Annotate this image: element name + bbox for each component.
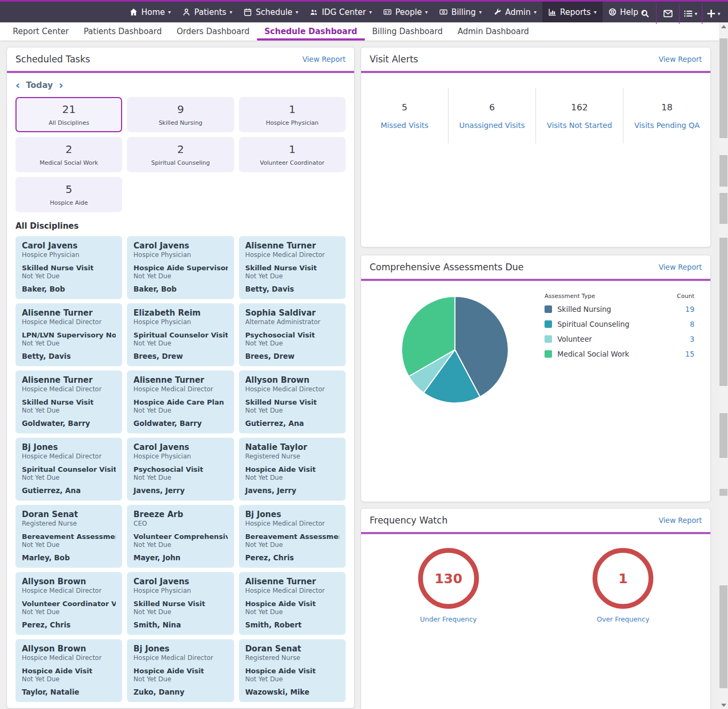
discipline-card-skilled-nursing[interactable]: 9Skilled Nursing — [127, 97, 234, 132]
panel-accent-rule — [361, 71, 710, 73]
task-card[interactable]: Doran SenatRegistered NurseBereavement A… — [15, 505, 122, 568]
chevron-down-icon: ▾ — [534, 9, 537, 15]
scrollbar-thumb[interactable] — [719, 489, 727, 496]
task-card[interactable]: Breeze ArbCEOVolunteer Comprehensive A..… — [127, 505, 234, 568]
chevron-down-icon: ▾ — [229, 9, 232, 15]
tab-schedule-dashboard[interactable]: Schedule Dashboard — [257, 22, 365, 41]
task-card[interactable]: Allyson BrownHospice Medical DirectorHos… — [15, 639, 122, 702]
view-report-link[interactable]: View Report — [659, 516, 702, 525]
task-name: Hospice Aide Care Plan — [133, 398, 227, 407]
task-card[interactable]: Elizabeth ReimHospice PhysicianSpiritual… — [127, 303, 234, 366]
nav-item-admin[interactable]: Admin▾ — [487, 2, 542, 22]
task-card[interactable]: Allyson BrownHospice Medical DirectorSki… — [239, 370, 346, 433]
scrollbar-thumb[interactable] — [719, 238, 727, 386]
task-card[interactable]: Carol JavensHospice PhysicianSkilled Nur… — [127, 572, 234, 635]
task-card[interactable]: Bj JonesHospice Medical DirectorBereavem… — [239, 505, 346, 568]
nav-item-schedule[interactable]: Schedule▾ — [238, 2, 304, 22]
list-button[interactable]: ▾ — [679, 3, 702, 24]
task-card[interactable]: Bj JonesHospice Medical DirectorHospice … — [127, 639, 234, 702]
view-report-link[interactable]: View Report — [659, 55, 702, 63]
task-card[interactable]: Alisenne TurnerHospice Medical DirectorS… — [239, 236, 346, 299]
task-card[interactable]: Natalie TaylorRegistered NurseHospice Ai… — [239, 438, 346, 501]
task-card[interactable]: Alisenne TurnerHospice Medical DirectorH… — [127, 370, 234, 433]
list-icon — [684, 9, 693, 18]
task-card[interactable]: Alisenne TurnerHospice Medical DirectorL… — [15, 303, 122, 366]
legend-count[interactable]: 3 — [690, 335, 694, 343]
next-day-chevron-icon[interactable]: › — [59, 80, 63, 90]
nav-item-label: Home — [141, 7, 165, 17]
tab-billing-dashboard[interactable]: Billing Dashboard — [365, 22, 450, 41]
task-card[interactable]: Carol JavensHospice PhysicianHospice Aid… — [127, 236, 234, 299]
legend-label: Spiritual Counseling — [557, 320, 629, 328]
scrollbar-up-arrow[interactable] — [721, 25, 726, 28]
task-card[interactable]: Sophia SaldivarAlternate AdministratorPs… — [239, 303, 346, 366]
stat-link-visits-not-started[interactable]: Visits Not Started — [547, 121, 612, 130]
stat-link-unassigned-visits[interactable]: Unassigned Visits — [459, 121, 525, 130]
nav-item-label: Patients — [194, 7, 226, 17]
legend-item-spiritual-counseling: Spiritual Counseling8 — [545, 320, 694, 328]
discipline-card-spiritual-counseling[interactable]: 2Spiritual Counseling — [127, 137, 234, 172]
nav-item-people[interactable]: People▾ — [378, 2, 434, 22]
previous-day-chevron-icon[interactable]: ‹ — [15, 80, 20, 90]
patient-name: Mayer, John — [133, 553, 227, 562]
clinician-role: Hospice Medical Director — [133, 385, 227, 393]
discipline-card-hospice-physician[interactable]: 1Hospice Physician — [239, 97, 346, 132]
task-name: Bereavement Assessment — [22, 532, 116, 541]
discipline-card-hospice-aide[interactable]: 5Hospice Aide — [15, 177, 122, 212]
tab-admin-dashboard[interactable]: Admin Dashboard — [450, 22, 537, 41]
stat-link-missed-visits[interactable]: Missed Visits — [381, 121, 429, 130]
plus-button[interactable]: ▾ — [702, 3, 725, 24]
legend-label: Volunteer — [557, 335, 592, 343]
task-card[interactable]: Carol JavensHospice PhysicianPsychosocia… — [127, 438, 234, 501]
discipline-card-medical-social-work[interactable]: 2Medical Social Work — [15, 137, 122, 172]
nav-item-billing[interactable]: Billing▾ — [434, 2, 487, 22]
nav-item-patients[interactable]: Patients▾ — [177, 2, 238, 22]
page-scrollbar[interactable] — [719, 22, 728, 709]
discipline-card-volunteer-coordinator[interactable]: 1Volunteer Coordinator — [239, 137, 346, 172]
nav-item-idg-center[interactable]: IDG Center▾ — [304, 2, 378, 22]
legend-count[interactable]: 8 — [690, 320, 694, 328]
scrollbar-thumb[interactable] — [719, 413, 727, 458]
chevron-down-icon: ▾ — [295, 9, 298, 15]
scrollbar-thumb[interactable] — [719, 38, 727, 138]
discipline-count: 2 — [66, 143, 73, 156]
tab-patients-dashboard[interactable]: Patients Dashboard — [76, 22, 169, 41]
task-card[interactable]: Alisenne TurnerHospice Medical DirectorS… — [15, 370, 122, 433]
task-card[interactable]: Carol JavensHospice PhysicianSkilled Nur… — [15, 236, 122, 299]
clinician-role: Hospice Physician — [133, 318, 227, 326]
task-card[interactable]: Doran SenatRegistered NurseHospice Aide … — [239, 639, 346, 702]
legend-count[interactable]: 19 — [685, 305, 694, 313]
task-card[interactable]: Bj JonesHospice Medical DirectorSpiritua… — [15, 438, 122, 501]
stat-link-visits-pending-qa[interactable]: Visits Pending QA — [634, 121, 700, 130]
task-status: Not Yet Due — [245, 407, 339, 415]
stat-link-over-frequency[interactable]: Over Frequency — [597, 615, 650, 623]
legend-item-skilled-nursing: Skilled Nursing19 — [545, 305, 694, 313]
patient-name: Smith, Robert — [245, 621, 339, 630]
tab-report-center[interactable]: Report Center — [5, 22, 76, 41]
visit-alerts-header: Visit Alerts View Report — [361, 47, 710, 71]
task-card[interactable]: Alisenne TurnerHospice Medical DirectorH… — [239, 572, 346, 635]
nav-item-reports[interactable]: Reports▾ — [542, 2, 603, 22]
task-card[interactable]: Allyson BrownHospice Medical DirectorVol… — [15, 572, 122, 635]
task-status: Not Yet Due — [245, 675, 339, 683]
scrollbar-down-arrow[interactable] — [721, 704, 726, 707]
clinician-name: Alisenne Turner — [22, 375, 116, 385]
tab-orders-dashboard[interactable]: Orders Dashboard — [169, 22, 257, 41]
nav-item-home[interactable]: Home▾ — [124, 2, 177, 22]
legend-count[interactable]: 15 — [685, 350, 694, 358]
mail-button[interactable] — [657, 3, 679, 24]
visit-alert-stat: 162Visits Not Started — [535, 88, 623, 143]
discipline-card-all-disciplines[interactable]: 21All Disciplines — [15, 97, 122, 132]
patient-name: Marley, Bob — [22, 553, 116, 562]
task-status: Not Yet Due — [22, 474, 116, 482]
scrollbar-thumb[interactable] — [719, 155, 727, 187]
scrollbar-thumb[interactable] — [719, 193, 727, 224]
search-button[interactable] — [634, 3, 656, 24]
stat-link-under-frequency[interactable]: Under Frequency — [420, 615, 477, 623]
dashboard-tab-bar: Report CenterPatients DashboardOrders Da… — [0, 22, 728, 41]
view-report-link[interactable]: View Report — [302, 55, 346, 63]
scrollbar-thumb[interactable] — [719, 585, 727, 688]
clinician-name: Allyson Brown — [22, 577, 116, 587]
scheduled-tasks-body: ‹ Today › 21All Disciplines9Skilled Nurs… — [7, 73, 354, 707]
view-report-link[interactable]: View Report — [659, 263, 702, 271]
